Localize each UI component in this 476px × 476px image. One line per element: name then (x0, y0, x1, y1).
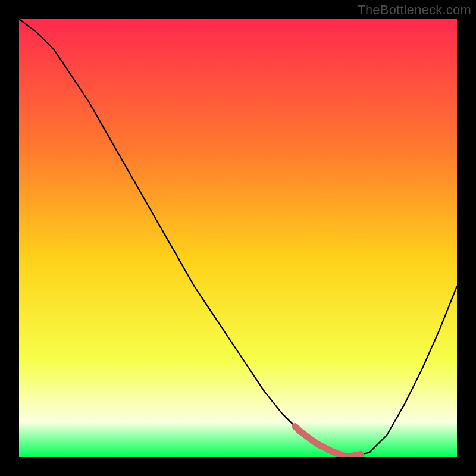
plot-area (19, 19, 457, 457)
gradient-background (19, 19, 457, 457)
chart-frame: TheBottleneck.com (0, 0, 476, 476)
chart-svg (19, 19, 457, 457)
watermark-text: TheBottleneck.com (357, 2, 471, 18)
